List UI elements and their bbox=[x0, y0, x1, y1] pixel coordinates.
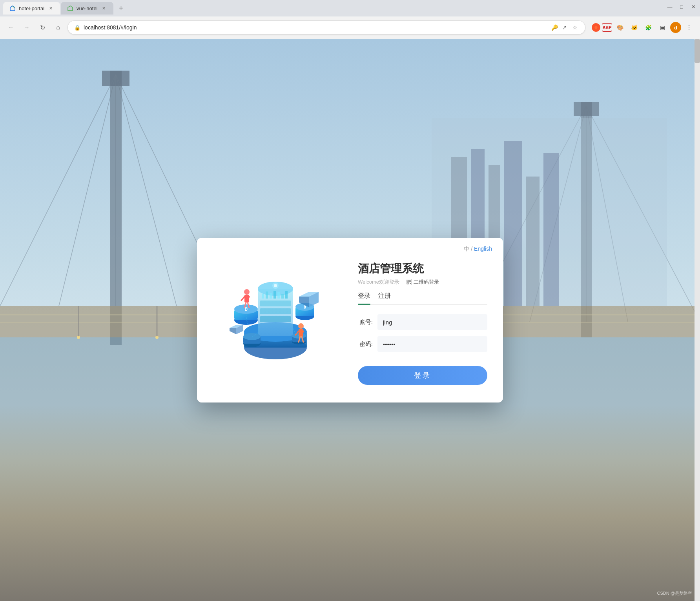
svg-rect-87 bbox=[285, 291, 288, 299]
svg-rect-92 bbox=[410, 281, 410, 281]
password-label: 密码: bbox=[358, 341, 373, 348]
svg-rect-30 bbox=[543, 153, 559, 306]
svg-point-32 bbox=[77, 336, 80, 339]
tab-label-1: hotel-portal bbox=[19, 5, 44, 11]
svg-rect-86 bbox=[281, 294, 284, 299]
svg-rect-96 bbox=[410, 282, 410, 283]
svg-point-67 bbox=[244, 289, 250, 295]
home-button[interactable]: ⌂ bbox=[52, 21, 64, 34]
window-controls: — □ ✕ bbox=[666, 3, 697, 10]
duck-icon[interactable]: 🐱 bbox=[628, 21, 640, 34]
svg-point-80 bbox=[274, 284, 277, 287]
new-tab-button[interactable]: + bbox=[116, 3, 127, 14]
register-tab[interactable]: 注册 bbox=[378, 292, 391, 304]
username-input[interactable] bbox=[377, 314, 487, 330]
svg-marker-2 bbox=[68, 6, 73, 11]
auth-tabs: 登录 注册 bbox=[358, 292, 487, 305]
modal-right: 中 / English 酒店管理系统 Welcome欢迎登录 bbox=[350, 238, 503, 402]
abp-icon[interactable]: ABP bbox=[602, 23, 612, 32]
main-content: ₿ ₿ bbox=[0, 39, 700, 601]
qr-login-button[interactable]: 二维码登录 bbox=[406, 279, 439, 286]
password-input[interactable] bbox=[377, 336, 487, 352]
tab-label-2: vue-hotel bbox=[77, 5, 97, 11]
address-bar[interactable]: 🔒 localhost:8081/#/login 🔑 ↗ ☆ bbox=[67, 20, 585, 35]
lang-cn-text: 中 bbox=[464, 246, 469, 252]
modal-left: ₿ ₿ bbox=[197, 238, 350, 402]
svg-point-34 bbox=[155, 336, 159, 339]
qr-icon bbox=[406, 279, 412, 285]
svg-rect-85 bbox=[277, 292, 280, 299]
refresh-button[interactable]: ↻ bbox=[36, 21, 49, 34]
profile-button[interactable]: d bbox=[670, 22, 681, 33]
address-text: localhost:8081/#/login bbox=[84, 24, 547, 31]
lang-en-link[interactable]: English bbox=[474, 246, 492, 252]
lang-separator: / bbox=[471, 246, 472, 252]
login-button[interactable]: 登录 bbox=[358, 366, 487, 385]
welcome-text: Welcome欢迎登录 bbox=[358, 279, 399, 286]
color-icon[interactable]: 🎨 bbox=[614, 21, 626, 34]
tab-favicon-2 bbox=[67, 5, 73, 11]
app-title: 酒店管理系统 bbox=[358, 261, 487, 276]
address-icons: 🔑 ↗ ☆ bbox=[551, 24, 579, 31]
puzzle-icon[interactable]: 🧩 bbox=[642, 21, 654, 34]
svg-rect-91 bbox=[407, 281, 408, 281]
svg-rect-46 bbox=[260, 316, 291, 322]
maximize-button[interactable]: □ bbox=[678, 3, 685, 10]
svg-rect-95 bbox=[410, 283, 411, 284]
svg-marker-66 bbox=[230, 328, 236, 334]
svg-rect-93 bbox=[407, 283, 408, 284]
browser-actions: ABP 🎨 🐱 🧩 ▣ d ⋮ bbox=[592, 21, 695, 34]
password-row: 密码: bbox=[358, 336, 487, 352]
svg-rect-45 bbox=[260, 308, 291, 314]
login-modal: ₿ ₿ bbox=[197, 238, 503, 402]
tab-vue-hotel[interactable]: vue-hotel ✕ bbox=[61, 2, 113, 15]
scrollbar[interactable] bbox=[695, 39, 700, 601]
svg-point-73 bbox=[298, 323, 304, 329]
tab-close-1[interactable]: ✕ bbox=[47, 5, 54, 11]
login-tab[interactable]: 登录 bbox=[358, 292, 370, 304]
language-switcher[interactable]: 中 / English bbox=[464, 246, 492, 253]
scrollbar-thumb[interactable] bbox=[695, 39, 700, 63]
forward-button[interactable]: → bbox=[20, 21, 33, 34]
sidebar-toggle[interactable]: ▣ bbox=[656, 21, 669, 34]
svg-rect-84 bbox=[273, 291, 276, 299]
browser-chrome: hotel-portal ✕ vue-hotel ✕ + — □ ✕ ← → ↻… bbox=[0, 0, 700, 39]
key-icon[interactable]: 🔑 bbox=[551, 24, 558, 31]
svg-line-69 bbox=[241, 297, 244, 300]
svg-rect-44 bbox=[260, 300, 291, 306]
watermark: CSDN @是梦终空 bbox=[657, 590, 692, 596]
app-subtitle-row: Welcome欢迎登录 bbox=[358, 279, 487, 286]
svg-rect-28 bbox=[504, 141, 522, 306]
lock-icon: 🔒 bbox=[74, 25, 80, 31]
tab-hotel-portal[interactable]: hotel-portal ✕ bbox=[3, 2, 60, 15]
share-icon[interactable]: ↗ bbox=[561, 24, 569, 31]
menu-button[interactable]: ⋮ bbox=[683, 21, 695, 34]
brave-logo bbox=[592, 23, 600, 32]
svg-rect-81 bbox=[262, 294, 264, 299]
tab-bar: hotel-portal ✕ vue-hotel ✕ + — □ ✕ bbox=[0, 0, 700, 16]
minimize-button[interactable]: — bbox=[666, 3, 673, 10]
bookmark-icon[interactable]: ☆ bbox=[571, 24, 579, 31]
svg-rect-82 bbox=[266, 291, 268, 299]
tech-illustration: ₿ ₿ bbox=[215, 265, 332, 375]
svg-rect-83 bbox=[270, 293, 272, 299]
close-window-button[interactable]: ✕ bbox=[690, 3, 697, 10]
nav-bar: ← → ↻ ⌂ 🔒 localhost:8081/#/login 🔑 ↗ ☆ A… bbox=[0, 16, 700, 38]
tab-close-2[interactable]: ✕ bbox=[101, 5, 107, 11]
back-button[interactable]: ← bbox=[5, 21, 17, 34]
username-label: 账号: bbox=[358, 319, 373, 326]
svg-rect-29 bbox=[526, 177, 540, 306]
username-row: 账号: bbox=[358, 314, 487, 330]
qr-login-label: 二维码登录 bbox=[414, 279, 439, 286]
svg-rect-94 bbox=[410, 283, 410, 283]
tab-favicon-1 bbox=[9, 5, 16, 11]
